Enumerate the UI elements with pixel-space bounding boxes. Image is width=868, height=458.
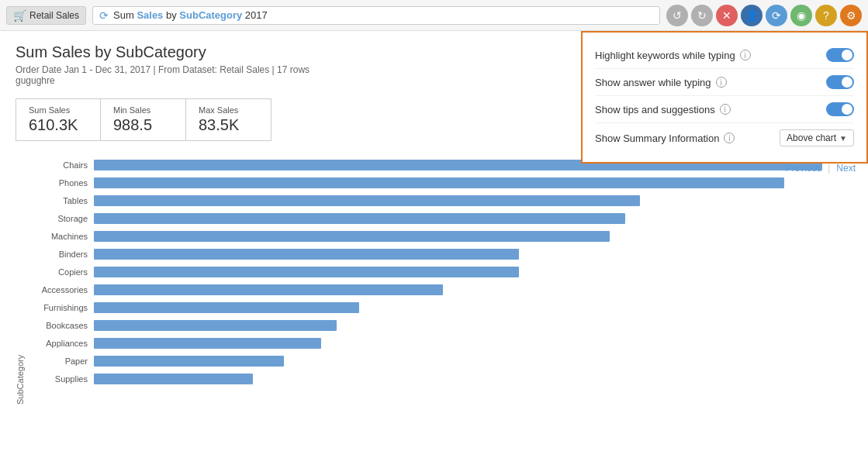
bar-track xyxy=(94,195,852,206)
show-summary-row: Show Summary Information i Above chart ▼ xyxy=(595,123,854,153)
search-post: 2017 xyxy=(242,9,268,21)
search-highlight1: Sales xyxy=(137,9,163,21)
help-icon[interactable]: ? xyxy=(815,5,837,26)
highlight-keywords-row: Highlight keywords while typing i xyxy=(595,42,854,69)
bar-category-label: Accessories xyxy=(28,285,94,294)
min-sales-label: Min Sales xyxy=(113,105,173,115)
show-summary-label: Show Summary Information i xyxy=(595,133,735,144)
chart-body: ChairsPhonesTablesStorageMachinesBinders… xyxy=(28,157,852,405)
bar-fill xyxy=(94,338,321,349)
bar-fill xyxy=(94,249,519,260)
bar-category-label: Supplies xyxy=(28,374,94,384)
refresh-icon[interactable]: ⟳ xyxy=(766,5,787,26)
show-summary-dropdown[interactable]: Above chart ▼ xyxy=(780,129,854,146)
top-bar: 🛒 Retail Sales ⟳ Sum Sales by SubCategor… xyxy=(0,0,868,31)
bar-category-label: Copiers xyxy=(28,267,94,277)
bar-fill xyxy=(94,320,337,331)
bar-category-label: Bookcases xyxy=(28,321,94,330)
bar-category-label: Storage xyxy=(28,214,94,223)
search-text: Sum Sales by SubCategory 2017 xyxy=(113,9,268,21)
sum-sales-card: Sum Sales 610.3K xyxy=(16,98,101,141)
tab-icon: 🛒 xyxy=(13,9,26,22)
table-row: Supplies xyxy=(28,370,852,387)
highlight-keywords-info[interactable]: i xyxy=(740,50,751,60)
bar-track xyxy=(94,177,852,188)
main-area: Sum Sales by SubCategory Order Date Jan … xyxy=(0,31,868,458)
bar-fill xyxy=(94,213,625,224)
min-sales-card: Min Sales 988.5 xyxy=(101,98,186,141)
table-row: Accessories xyxy=(28,281,852,298)
table-row: Paper xyxy=(28,353,852,370)
table-row: Copiers xyxy=(28,263,852,281)
bar-fill xyxy=(94,302,359,313)
max-sales-value: 83.5K xyxy=(199,116,258,134)
show-answer-info[interactable]: i xyxy=(716,77,727,88)
bar-category-label: Chairs xyxy=(28,160,94,170)
previous-link[interactable]: Previous xyxy=(786,163,822,174)
bar-category-label: Furnishings xyxy=(28,303,94,312)
bar-track xyxy=(94,320,852,331)
bar-category-label: Appliances xyxy=(28,339,94,348)
chevron-down-icon: ▼ xyxy=(839,134,847,143)
bar-track xyxy=(94,338,852,349)
tab-label: Retail Sales xyxy=(29,10,79,21)
bar-fill xyxy=(94,267,519,277)
bar-track xyxy=(94,213,852,224)
y-axis-label: SubCategory xyxy=(16,157,25,405)
search-pre: Sum xyxy=(113,9,137,21)
nav-separator: | xyxy=(828,163,830,174)
search-bar[interactable]: ⟳ Sum Sales by SubCategory 2017 xyxy=(92,6,660,25)
show-summary-info[interactable]: i xyxy=(724,133,735,143)
max-sales-card: Max Sales 83.5K xyxy=(186,98,271,141)
table-row: Bookcases xyxy=(28,317,852,334)
user-icon[interactable]: 👤 xyxy=(741,5,763,26)
show-answer-label: Show answer while typing i xyxy=(595,77,727,88)
table-row: Binders xyxy=(28,246,852,263)
bar-category-label: Binders xyxy=(28,250,94,259)
bar-fill xyxy=(94,231,610,242)
table-row: Machines xyxy=(28,228,852,245)
show-tips-info[interactable]: i xyxy=(720,104,731,115)
redo-icon[interactable]: ↻ xyxy=(691,5,713,26)
bar-track xyxy=(94,249,852,260)
settings-icon[interactable]: ⚙ xyxy=(840,5,862,26)
bar-track xyxy=(94,267,852,277)
show-answer-row: Show answer while typing i xyxy=(595,69,854,96)
undo-icon[interactable]: ↺ xyxy=(666,5,688,26)
bar-category-label: Tables xyxy=(28,196,94,205)
show-tips-row: Show tips and suggestions i xyxy=(595,96,854,123)
show-tips-toggle[interactable] xyxy=(826,102,854,116)
search-mid: by xyxy=(163,9,179,21)
sum-sales-label: Sum Sales xyxy=(29,105,88,115)
bar-track xyxy=(94,356,852,367)
max-sales-label: Max Sales xyxy=(199,105,258,115)
table-row: Furnishings xyxy=(28,299,852,316)
show-tips-label: Show tips and suggestions i xyxy=(595,104,731,115)
next-link[interactable]: Next xyxy=(836,163,856,174)
share-icon[interactable]: ◉ xyxy=(790,5,812,26)
bar-fill xyxy=(94,177,784,188)
bar-chart: SubCategory ChairsPhonesTablesStorageMac… xyxy=(16,157,852,405)
highlight-keywords-toggle[interactable] xyxy=(826,48,854,62)
bar-fill xyxy=(94,284,443,295)
top-icons: ↺ ↻ ✕ 👤 ⟳ ◉ ? ⚙ xyxy=(666,5,862,26)
close-icon[interactable]: ✕ xyxy=(716,5,738,26)
table-row: Appliances xyxy=(28,335,852,352)
bar-category-label: Paper xyxy=(28,356,94,366)
pagination-nav: Previous | Next xyxy=(786,163,856,174)
dropdown-value: Above chart xyxy=(787,133,836,143)
sum-sales-value: 610.3K xyxy=(29,116,88,134)
retail-sales-tab[interactable]: 🛒 Retail Sales xyxy=(6,6,86,25)
table-row: Phones xyxy=(28,174,852,191)
search-icon: ⟳ xyxy=(99,9,109,22)
search-highlight2: SubCategory xyxy=(179,9,242,21)
min-sales-value: 988.5 xyxy=(113,116,173,134)
table-row: Storage xyxy=(28,210,852,227)
bar-fill xyxy=(94,356,284,367)
bar-category-label: Machines xyxy=(28,232,94,241)
show-answer-toggle[interactable] xyxy=(826,75,854,89)
table-row: Tables xyxy=(28,192,852,209)
bar-fill xyxy=(94,195,640,206)
bar-track xyxy=(94,374,852,384)
highlight-keywords-label: Highlight keywords while typing i xyxy=(595,50,751,61)
